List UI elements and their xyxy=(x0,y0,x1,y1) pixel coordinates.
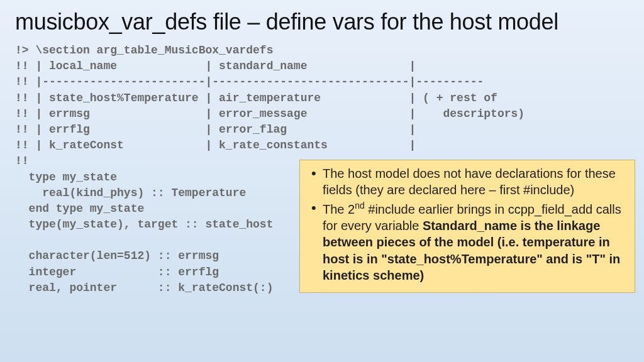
code-line: !! | errflg | error_flag | xyxy=(15,123,416,136)
code-line: !> \section arg_table_MusicBox_vardefs xyxy=(15,44,273,57)
code-line: end type my_state xyxy=(15,202,144,215)
code-line: character(len=512) :: errmsg xyxy=(15,250,219,262)
code-line: !! | k_rateConst | k_rate_constants | xyxy=(15,139,416,151)
code-line: type(my_state), target :: state_host xyxy=(15,218,273,231)
bullet-1-text: The host model does not have declaration… xyxy=(323,167,616,197)
code-line: integer :: errflg xyxy=(15,266,219,278)
bullet-2-sup: nd xyxy=(355,200,365,211)
code-line: real(kind_phys) :: Temperature xyxy=(15,187,246,199)
code-line: !! |------------------------|-----------… xyxy=(15,75,484,88)
bullet-2-text-a: The 2 xyxy=(323,202,355,216)
slide-title: musicbox_var_defs file – define vars for… xyxy=(0,0,644,41)
code-line: !! | errmsg | error_message | descriptor… xyxy=(15,107,525,120)
callout-box: The host model does not have declaration… xyxy=(299,160,635,293)
bullet-1: The host model does not have declaration… xyxy=(309,165,626,199)
code-line: !! | state_host%Temperature | air_temper… xyxy=(15,92,497,104)
code-line: !! xyxy=(15,155,29,167)
code-line: real, pointer :: k_rateConst(:) xyxy=(15,282,273,294)
code-line: !! | local_name | standard_name | xyxy=(15,60,416,72)
bullet-2: The 2nd #include earlier brings in ccpp_… xyxy=(309,200,626,284)
code-line: type my_state xyxy=(15,171,117,184)
